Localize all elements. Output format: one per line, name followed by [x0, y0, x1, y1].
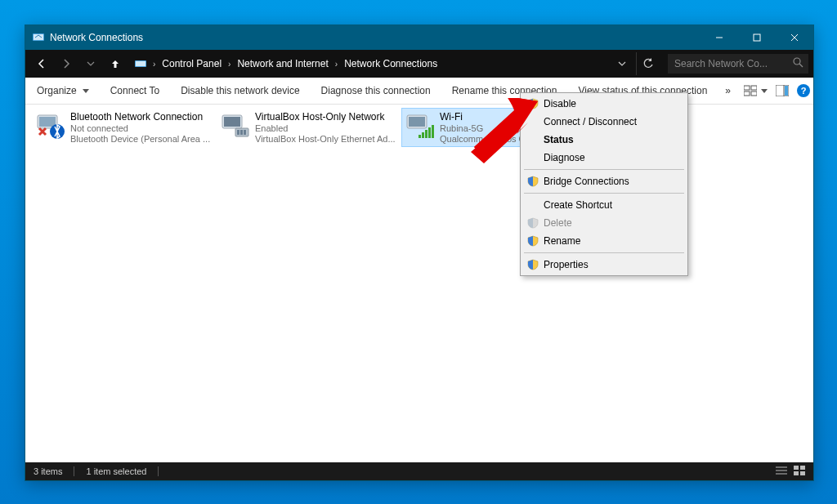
svg-rect-27: [409, 117, 425, 127]
refresh-button[interactable]: [636, 52, 660, 75]
svg-rect-24: [240, 130, 243, 135]
ethernet-adapter-icon: [219, 110, 252, 143]
shield-icon: [526, 216, 539, 230]
svg-rect-32: [432, 125, 434, 138]
menu-label: Status: [544, 134, 574, 145]
menu-label: Connect / Disconnect: [544, 116, 637, 127]
connection-status: Not connected: [70, 123, 210, 134]
connection-name: Bluetooth Network Connection: [70, 111, 210, 123]
svg-rect-31: [428, 127, 431, 138]
maximize-button[interactable]: [738, 25, 776, 50]
back-button[interactable]: [30, 52, 53, 75]
breadcrumb-segment[interactable]: Control Panel: [160, 58, 223, 69]
menu-label: Bridge Connections: [544, 176, 629, 187]
search-box[interactable]: [668, 54, 808, 74]
connection-item-virtualbox[interactable]: VirtualBox Host-Only Network Enabled Vir…: [217, 108, 401, 147]
bluetooth-adapter-icon: [34, 110, 67, 143]
svg-rect-7: [136, 61, 145, 66]
chevron-right-icon: ›: [151, 60, 157, 69]
help-button[interactable]: ?: [797, 84, 810, 97]
address-breadcrumb[interactable]: › Control Panel › Network and Internet ›…: [128, 54, 613, 74]
connection-status: Enabled: [255, 123, 396, 134]
window-frame: Network Connections: [25, 25, 814, 481]
content-area: Bluetooth Network Connection Not connect…: [25, 105, 813, 462]
svg-rect-23: [237, 130, 239, 135]
status-item-count: 3 items: [34, 466, 62, 476]
menu-status[interactable]: Status: [522, 131, 686, 149]
menu-diagnose[interactable]: Diagnose: [522, 149, 686, 167]
separator: [158, 466, 159, 476]
navigation-bar: › Control Panel › Network and Internet ›…: [25, 50, 813, 78]
svg-rect-10: [744, 86, 750, 90]
shield-icon: [526, 175, 539, 188]
menu-label: Rename: [544, 235, 580, 247]
svg-rect-29: [422, 132, 424, 138]
diagnose-button[interactable]: Diagnose this connection: [316, 82, 436, 100]
svg-rect-12: [744, 91, 750, 96]
breadcrumb-dropdown[interactable]: [615, 50, 629, 78]
search-input[interactable]: [673, 57, 788, 70]
search-icon: [793, 57, 803, 70]
connection-item-bluetooth[interactable]: Bluetooth Network Connection Not connect…: [32, 108, 217, 147]
breadcrumb-segment[interactable]: Network Connections: [342, 58, 439, 69]
details-view-button[interactable]: [776, 466, 787, 477]
menu-properties[interactable]: Properties: [522, 256, 686, 274]
preview-pane-button[interactable]: [776, 85, 789, 96]
command-bar-right: ?: [744, 84, 810, 97]
svg-point-8: [794, 58, 800, 65]
view-options-button[interactable]: [744, 85, 768, 96]
menu-label: Properties: [544, 259, 589, 270]
menu-create-shortcut[interactable]: Create Shortcut: [522, 196, 686, 214]
organize-label: Organize: [37, 85, 77, 96]
minimize-button[interactable]: [700, 25, 738, 50]
shield-icon: [526, 97, 539, 110]
connection-device: Bluetooth Device (Personal Area ...: [70, 133, 210, 145]
overflow-button[interactable]: »: [723, 82, 732, 100]
menu-disable[interactable]: Disable: [522, 95, 686, 113]
menu-connect-disconnect[interactable]: Connect / Disconnect: [522, 113, 686, 131]
forward-button[interactable]: [55, 52, 78, 75]
shield-icon: [526, 234, 539, 248]
chevron-right-icon: ›: [333, 60, 339, 69]
context-menu: Disable Connect / Disconnect Status Diag…: [520, 92, 688, 276]
svg-rect-36: [794, 466, 799, 470]
svg-rect-13: [751, 91, 757, 96]
separator: [74, 466, 74, 476]
svg-line-9: [799, 64, 803, 67]
connection-text: Bluetooth Network Connection Not connect…: [70, 110, 210, 145]
window-controls: [700, 25, 813, 50]
status-view-controls: [776, 466, 805, 477]
svg-rect-21: [224, 117, 240, 127]
window-title: Network Connections: [50, 32, 143, 43]
close-button[interactable]: [776, 25, 813, 50]
recent-locations-button[interactable]: [79, 52, 102, 75]
connect-to-button[interactable]: Connect To: [105, 82, 165, 100]
up-button[interactable]: [104, 52, 127, 75]
connection-name: VirtualBox Host-Only Network: [255, 111, 396, 123]
svg-rect-18: [39, 117, 56, 127]
title-bar: Network Connections: [25, 25, 813, 50]
menu-bridge-connections[interactable]: Bridge Connections: [522, 172, 686, 190]
organize-menu[interactable]: Organize: [32, 82, 94, 100]
chevron-down-icon: [83, 89, 89, 93]
status-selected-count: 1 item selected: [86, 466, 146, 476]
disable-device-button[interactable]: Disable this network device: [176, 82, 304, 100]
breadcrumb-segment[interactable]: Network and Internet: [235, 58, 329, 69]
items-view: Bluetooth Network Connection Not connect…: [32, 108, 807, 147]
connection-device: VirtualBox Host-Only Ethernet Ad...: [255, 133, 396, 145]
menu-label: Delete: [544, 217, 572, 229]
menu-separator: [524, 169, 684, 170]
menu-separator: [524, 252, 684, 253]
menu-rename[interactable]: Rename: [522, 232, 686, 250]
menu-separator: [524, 193, 684, 194]
svg-rect-39: [800, 471, 805, 475]
menu-label: Diagnose: [544, 152, 585, 163]
wifi-adapter-icon: [404, 110, 436, 143]
command-bar: Organize Connect To Disable this network…: [25, 78, 813, 105]
menu-delete: Delete: [522, 214, 686, 232]
svg-rect-11: [751, 86, 757, 90]
svg-rect-16: [785, 86, 788, 96]
shield-icon: [526, 258, 539, 271]
large-icons-view-button[interactable]: [794, 466, 805, 477]
menu-label: Create Shortcut: [544, 199, 612, 211]
